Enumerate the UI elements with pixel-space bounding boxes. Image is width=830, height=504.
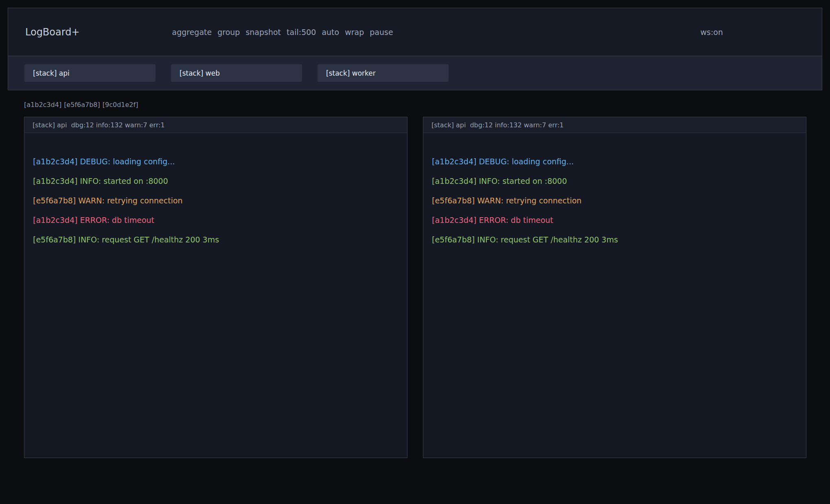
log-line: [a1b2c3d4] ERROR: db timeout — [432, 215, 797, 225]
log-panels: [stack] api dbg:12 info:132 warn:7 err:1… — [24, 117, 806, 458]
stack-tab-label: [stack] web — [180, 69, 220, 77]
log-line: [e5f6a7b8] INFO: request GET /healthz 20… — [432, 235, 797, 244]
title-row: LogBoard+ aggregate group snapshot tail:… — [8, 8, 822, 56]
panel-title: [stack] api — [431, 121, 466, 129]
stack-tab-web[interactable]: [stack] web — [171, 64, 302, 82]
request-id-chip[interactable]: [a1b2c3d4] — [24, 101, 61, 109]
app-title: LogBoard+ — [25, 26, 80, 38]
log-panel-left: [stack] api dbg:12 info:132 warn:7 err:1… — [24, 117, 407, 458]
log-line: [a1b2c3d4] ERROR: db timeout — [33, 215, 399, 225]
menu-item-wrap[interactable]: wrap — [345, 28, 364, 37]
stack-tab-api[interactable]: [stack] api — [24, 64, 155, 82]
log-output[interactable]: [a1b2c3d4] DEBUG: loading config... [a1b… — [423, 133, 806, 458]
log-line: [e5f6a7b8] WARN: retrying connection — [432, 196, 797, 205]
log-line: [e5f6a7b8] INFO: request GET /healthz 20… — [33, 235, 399, 244]
log-output[interactable]: [a1b2c3d4] DEBUG: loading config... [a1b… — [24, 133, 407, 458]
log-line: [a1b2c3d4] DEBUG: loading config... — [33, 157, 399, 166]
websocket-status: ws:on — [700, 28, 723, 37]
menu-item-group[interactable]: group — [217, 28, 240, 37]
stack-tab-label: [stack] worker — [326, 69, 376, 77]
request-id-chip[interactable]: [9c0d1e2f] — [103, 101, 138, 109]
menu-item-snapshot[interactable]: snapshot — [245, 28, 281, 37]
toolbar: aggregate group snapshot tail:500 auto w… — [172, 28, 393, 37]
log-line: [e5f6a7b8] WARN: retrying connection — [33, 196, 399, 205]
log-line: [a1b2c3d4] INFO: started on :8000 — [432, 176, 797, 186]
menu-item-aggregate[interactable]: aggregate — [172, 28, 212, 37]
menu-item-tail[interactable]: tail:500 — [287, 28, 316, 37]
log-panel-header: [stack] api dbg:12 info:132 warn:7 err:1 — [24, 117, 407, 133]
panel-level-counts: dbg:12 info:132 warn:7 err:1 — [470, 121, 563, 129]
menu-item-pause[interactable]: pause — [370, 28, 393, 37]
log-panel-header: [stack] api dbg:12 info:132 warn:7 err:1 — [423, 117, 806, 133]
stack-tab-label: [stack] api — [33, 69, 70, 77]
request-id-chip[interactable]: [e5f6a7b8] — [64, 101, 100, 109]
stack-tab-worker[interactable]: [stack] worker — [318, 64, 449, 82]
panel-title: [stack] api — [33, 121, 67, 129]
log-line: [a1b2c3d4] INFO: started on :8000 — [33, 176, 399, 186]
log-line: [a1b2c3d4] DEBUG: loading config... — [432, 157, 797, 166]
header: LogBoard+ aggregate group snapshot tail:… — [8, 8, 822, 90]
log-panel-right: [stack] api dbg:12 info:132 warn:7 err:1… — [423, 117, 806, 458]
menu-item-auto[interactable]: auto — [322, 28, 339, 37]
request-id-chips: [a1b2c3d4] [e5f6a7b8] [9c0d1e2f] — [24, 101, 830, 109]
stack-tab-strip: [stack] api [stack] web [stack] worker — [8, 56, 822, 90]
panel-level-counts: dbg:12 info:132 warn:7 err:1 — [71, 121, 164, 129]
